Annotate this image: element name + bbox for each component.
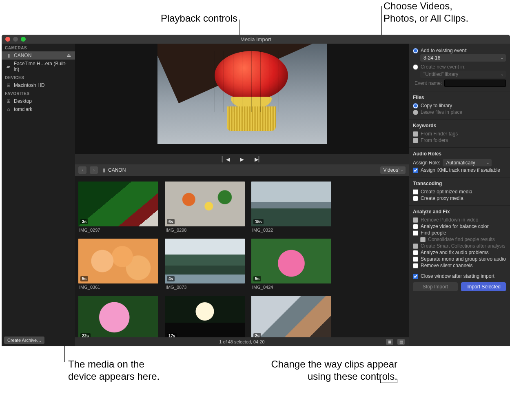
clip-filter-value: Videos — [383, 167, 398, 173]
prev-clip-button[interactable]: ▏◀ — [222, 156, 229, 162]
sidebar-item-macintosh-hd[interactable]: ⊟ Macintosh HD — [2, 81, 75, 89]
sidebar-header-cameras: CAMERAS — [2, 44, 75, 51]
audio-problems-checkbox[interactable] — [413, 250, 418, 255]
keywords-heading: Keywords — [413, 123, 506, 128]
back-button[interactable]: ‹ — [78, 166, 86, 174]
create-archive-button[interactable]: Create Archive… — [4, 337, 44, 344]
clip-duration: 3s — [80, 219, 88, 224]
media-import-window: Media Import CAMERAS ▮ CANON ⏏ ▰ FaceTim… — [2, 35, 510, 346]
selection-status: 1 of 48 selected, 04:20 — [219, 339, 264, 344]
finder-tags-label: From Finder tags — [421, 131, 458, 137]
clip-item[interactable]: 6sIMG_0298 — [165, 182, 245, 235]
event-select[interactable]: 8-24-16⌄ — [420, 54, 506, 62]
clip-duration: 6s — [167, 219, 175, 224]
stop-import-button[interactable]: Stop Import — [413, 282, 458, 291]
close-window-checkbox[interactable] — [413, 274, 418, 279]
clip-item[interactable]: 3sIMG_0297 — [78, 182, 158, 235]
clip-duration: 5s — [80, 276, 88, 281]
eject-icon[interactable]: ⏏ — [66, 53, 71, 58]
clip-item[interactable]: 4sIMG_0873 — [165, 239, 245, 292]
clip-duration: 22s — [80, 333, 91, 337]
filmstrip-view-button[interactable]: ▤ — [397, 339, 405, 345]
create-new-event-radio[interactable] — [413, 64, 418, 70]
remove-silent-checkbox[interactable] — [413, 263, 418, 268]
consolidate-label: Consolidate find people results — [428, 237, 495, 242]
minimize-window-button[interactable] — [13, 37, 18, 42]
optimized-media-label: Create optimized media — [421, 189, 472, 195]
assign-role-value: Automatically — [446, 160, 475, 166]
close-window-button[interactable] — [5, 37, 10, 42]
from-folders-label: From folders — [421, 137, 448, 143]
proxy-media-label: Create proxy media — [421, 195, 463, 201]
play-button[interactable]: ▶ — [238, 156, 246, 162]
clip-item[interactable]: 5sIMG_0361 — [78, 239, 158, 292]
sidebar-item-desktop[interactable]: ⊞ Desktop — [2, 97, 75, 105]
breadcrumb[interactable]: ▮ CANON — [103, 167, 126, 173]
sidebar-item-label: FaceTime H…era (Built-in) — [14, 61, 71, 72]
list-view-button[interactable]: ≣ — [386, 339, 393, 345]
window-title: Media Import — [240, 36, 271, 42]
clip-item[interactable]: 5sIMG_0424 — [251, 239, 331, 292]
zoom-window-button[interactable] — [21, 37, 26, 42]
clip-name: IMG_0322 — [251, 228, 331, 232]
clip-duration: 5s — [253, 276, 261, 281]
playback-controls: ▏◀ ▶ ▶▏ — [75, 154, 409, 164]
import-options-panel: Add to existing event: 8-24-16⌄ Create n… — [409, 44, 510, 346]
forward-button[interactable]: › — [90, 166, 98, 174]
chevron-updown-icon: ⌄ — [501, 72, 504, 76]
ixml-checkbox[interactable] — [413, 168, 418, 173]
remove-pulldown-label: Remove Pulldown in video — [421, 217, 478, 223]
analyze-heading: Analyze and Fix — [413, 209, 506, 215]
library-select-value: "Untitled" library — [423, 71, 458, 77]
clip-duration: 4s — [167, 276, 175, 281]
find-people-checkbox[interactable] — [413, 230, 418, 236]
separate-mono-checkbox[interactable] — [413, 257, 418, 262]
create-new-event-label: Create new event in: — [421, 64, 466, 70]
optimized-media-checkbox[interactable] — [413, 189, 418, 195]
browser-toolbar: ‹ › ▮ CANON Videos ⌃⌄ — [75, 164, 409, 176]
chevron-updown-icon: ⌄ — [486, 161, 490, 165]
callout-playback: Playback controls — [148, 12, 237, 24]
proxy-media-checkbox[interactable] — [413, 196, 418, 201]
home-icon: ⌂ — [6, 106, 11, 112]
clip-item[interactable]: 2sIMG_0829 — [251, 296, 331, 337]
sidebar-header-favorites: FAVORITES — [2, 89, 75, 97]
clip-duration: 15s — [253, 219, 264, 224]
media-grid: 3sIMG_0297 6sIMG_0298 15sIMG_0322 5sIMG_… — [75, 176, 409, 337]
assign-role-select[interactable]: Automatically⌄ — [443, 159, 492, 166]
camera-icon: ▮ — [103, 167, 106, 173]
assign-role-label: Assign Role: — [413, 160, 440, 166]
import-selected-button[interactable]: Import Selected — [461, 282, 506, 291]
viewer — [75, 44, 409, 154]
callout-line — [389, 383, 389, 396]
remove-silent-label: Remove silent channels — [421, 263, 472, 268]
clip-item[interactable]: 15sIMG_0322 — [251, 182, 331, 235]
desktop-icon: ⊞ — [6, 98, 11, 104]
sidebar-item-home[interactable]: ⌂ tomclark — [2, 105, 75, 113]
clip-name: IMG_0873 — [165, 285, 245, 290]
audio-roles-heading: Audio Roles — [413, 151, 506, 157]
clip-item[interactable]: 22sIMG_0453 — [78, 296, 158, 337]
sidebar-item-label: Desktop — [14, 98, 32, 104]
camera-icon: ▮ — [6, 53, 11, 58]
breadcrumb-label: CANON — [108, 167, 126, 173]
find-people-label: Find people — [421, 230, 446, 236]
clip-item[interactable]: 17sIMG_0730 — [165, 296, 245, 337]
event-name-input — [444, 80, 506, 87]
files-heading: Files — [413, 95, 506, 100]
event-name-label: Event name: — [415, 80, 442, 86]
camera-icon: ▰ — [6, 64, 11, 69]
balance-color-checkbox[interactable] — [413, 224, 418, 229]
add-to-existing-radio[interactable] — [413, 48, 418, 53]
clip-filter-select[interactable]: Videos ⌃⌄ — [380, 166, 406, 174]
sidebar-item-canon[interactable]: ▮ CANON ⏏ — [2, 51, 75, 60]
close-window-label: Close window after starting import — [421, 273, 494, 279]
sidebar: CAMERAS ▮ CANON ⏏ ▰ FaceTime H…era (Buil… — [2, 44, 75, 346]
next-clip-button[interactable]: ▶▏ — [255, 156, 262, 162]
smart-collections-label: Create Smart Collections after analysis — [421, 243, 505, 249]
sidebar-item-label: CANON — [14, 53, 31, 58]
sidebar-item-facetime[interactable]: ▰ FaceTime H…era (Built-in) — [2, 60, 75, 73]
center-pane: ▏◀ ▶ ▶▏ ‹ › ▮ CANON Videos ⌃⌄ 3sIMG_0297 — [75, 44, 409, 346]
smart-collections-checkbox — [413, 244, 418, 249]
copy-to-library-radio[interactable] — [413, 103, 418, 108]
